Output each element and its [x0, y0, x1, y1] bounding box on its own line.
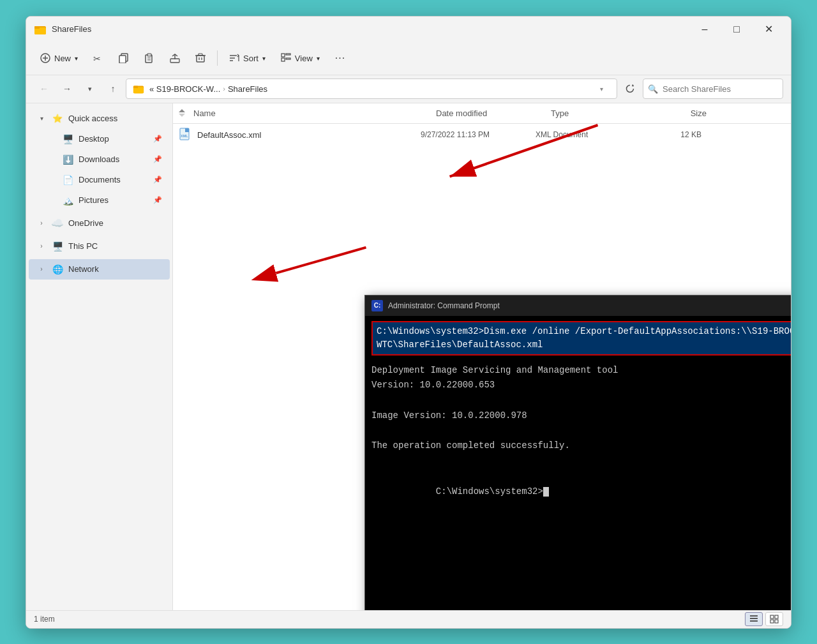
- file-icon-xml: XML: [178, 127, 193, 142]
- address-path: « S19-BROCK-W... › ShareFiles: [149, 84, 587, 94]
- sidebar-item-quick-access[interactable]: ▾ ⭐ Quick access: [29, 109, 170, 129]
- dropdown-button[interactable]: ▾: [80, 79, 100, 99]
- svg-rect-12: [147, 59, 151, 61]
- more-button[interactable]: ···: [329, 47, 352, 70]
- network-label: Network: [68, 264, 162, 274]
- pin-icon-dl: 📌: [153, 155, 162, 163]
- col-header-size[interactable]: Size: [648, 109, 712, 118]
- window-controls: – □ ✕: [690, 19, 783, 40]
- close-button[interactable]: ✕: [754, 19, 783, 40]
- window-icon: [34, 23, 47, 36]
- pin-icon: 📌: [153, 135, 162, 143]
- cmd-window-controls: – □ ✕: [790, 298, 791, 313]
- large-icon-view-button[interactable]: [765, 612, 783, 626]
- large-icon-view-icon: [770, 615, 779, 624]
- quick-access-sub: 🖥️ Desktop 📌 ⬇️ Downloads 📌 📄 Documents: [26, 129, 172, 211]
- desktop-icon: 🖥️: [62, 133, 73, 145]
- sidebar-item-desktop[interactable]: 🖥️ Desktop 📌: [39, 129, 170, 149]
- col-header-date[interactable]: Date modified: [431, 109, 546, 118]
- view-icon: [281, 53, 291, 63]
- sidebar-item-thispc[interactable]: › 🖥️ This PC: [29, 236, 170, 257]
- sidebar-item-onedrive[interactable]: › ☁️ OneDrive: [29, 213, 170, 234]
- sort-up-btn[interactable]: [178, 109, 188, 117]
- onedrive-section: › ☁️ OneDrive: [26, 213, 172, 234]
- svg-rect-24: [281, 54, 285, 57]
- address-dropdown[interactable]: ▾: [592, 80, 610, 98]
- maximize-button[interactable]: □: [722, 19, 751, 40]
- cmd-output-7: [371, 454, 791, 469]
- window-title: ShareFiles: [52, 24, 690, 34]
- sidebar-item-documents[interactable]: 📄 Documents 📌: [39, 170, 170, 190]
- share-icon: [170, 53, 180, 63]
- share-button[interactable]: [163, 47, 186, 70]
- refresh-icon: [625, 84, 635, 94]
- cmd-command: C:\Windows\system32>Dism.exe /online /Ex…: [371, 321, 791, 356]
- delete-button[interactable]: [189, 47, 212, 70]
- col-header-name[interactable]: Name: [188, 109, 431, 118]
- thispc-label: This PC: [68, 241, 162, 251]
- svg-rect-30: [133, 86, 138, 89]
- view-button[interactable]: View ▾: [274, 47, 326, 70]
- new-label: New: [54, 54, 71, 63]
- search-icon: 🔍: [648, 84, 658, 94]
- sidebar: ▾ ⭐ Quick access 🖥️ Desktop 📌 ⬇️ Downloa…: [26, 103, 173, 610]
- quick-access-section: ▾ ⭐ Quick access 🖥️ Desktop 📌 ⬇️ Downloa…: [26, 109, 172, 211]
- sidebar-item-pictures[interactable]: 🏔️ Pictures 📌: [39, 190, 170, 211]
- forward-button[interactable]: →: [57, 79, 77, 99]
- svg-rect-10: [147, 54, 151, 56]
- sidebar-item-network[interactable]: › 🌐 Network: [29, 259, 170, 280]
- quick-access-star-icon: ⭐: [52, 113, 63, 124]
- onedrive-expand: ›: [36, 218, 47, 228]
- file-size: 12 KB: [638, 130, 701, 139]
- sort-arrow-icon: [178, 109, 186, 117]
- delete-icon: [195, 53, 206, 63]
- search-wrapper: 🔍: [643, 79, 783, 99]
- search-input[interactable]: [643, 79, 783, 99]
- toolbar: New ▾ ✂: [26, 42, 791, 75]
- paste-button[interactable]: [138, 47, 161, 70]
- svg-rect-39: [750, 618, 758, 619]
- view-controls: [745, 612, 783, 626]
- svg-rect-41: [770, 615, 774, 618]
- cmd-content: C:\Windows\system32>Dism.exe /online /Ex…: [365, 316, 791, 610]
- documents-icon: 📄: [62, 174, 73, 186]
- network-expand: ›: [36, 264, 47, 274]
- thispc-section: › 🖥️ This PC: [26, 236, 172, 257]
- main-content: ▾ ⭐ Quick access 🖥️ Desktop 📌 ⬇️ Downloa…: [26, 103, 791, 610]
- sort-icon: [229, 53, 239, 63]
- address-input[interactable]: « S19-BROCK-W... › ShareFiles ▾: [126, 79, 617, 99]
- file-type: XML Document: [536, 130, 638, 139]
- cut-button[interactable]: ✂: [87, 47, 110, 70]
- new-button[interactable]: New ▾: [34, 47, 84, 70]
- svg-text:✂: ✂: [93, 54, 101, 63]
- cmd-output-6: The operation completed successfully.: [371, 438, 791, 454]
- downloads-icon: ⬇️: [62, 154, 73, 165]
- file-pane-wrapper: Name Date modified Type Size: [173, 103, 791, 610]
- sort-button[interactable]: Sort ▾: [223, 47, 272, 70]
- sidebar-item-downloads[interactable]: ⬇️ Downloads 📌: [39, 149, 170, 170]
- file-date: 9/27/2022 11:13 PM: [421, 130, 536, 139]
- cmd-title-bar: C: Administrator: Command Prompt – □ ✕: [365, 296, 791, 316]
- pictures-icon: 🏔️: [62, 195, 73, 206]
- view-label: View: [295, 54, 313, 63]
- new-chevron: ▾: [75, 55, 78, 62]
- cmd-minimize-button[interactable]: –: [790, 298, 791, 313]
- sort-label: Sort: [243, 54, 259, 63]
- svg-rect-43: [770, 620, 774, 623]
- copy-button[interactable]: [112, 47, 135, 70]
- cmd-title-text: Administrator: Command Prompt: [388, 301, 785, 310]
- table-row[interactable]: XML DefaultAssoc.xml 9/27/2022 11:13 PM …: [173, 124, 791, 147]
- network-icon: 🌐: [52, 264, 63, 275]
- up-button[interactable]: ↑: [103, 79, 123, 99]
- detail-view-button[interactable]: [745, 612, 763, 626]
- col-header-type[interactable]: Type: [546, 109, 648, 118]
- back-button[interactable]: ←: [34, 79, 54, 99]
- refresh-button[interactable]: [620, 79, 640, 99]
- minimize-button[interactable]: –: [690, 19, 719, 40]
- cmd-cursor: [543, 487, 549, 497]
- svg-text:XML: XML: [181, 134, 188, 138]
- more-label: ···: [335, 52, 345, 64]
- cmd-output-8: C:\Windows\system32>: [371, 469, 791, 514]
- onedrive-icon: ☁️: [52, 218, 63, 229]
- svg-rect-32: [185, 128, 189, 132]
